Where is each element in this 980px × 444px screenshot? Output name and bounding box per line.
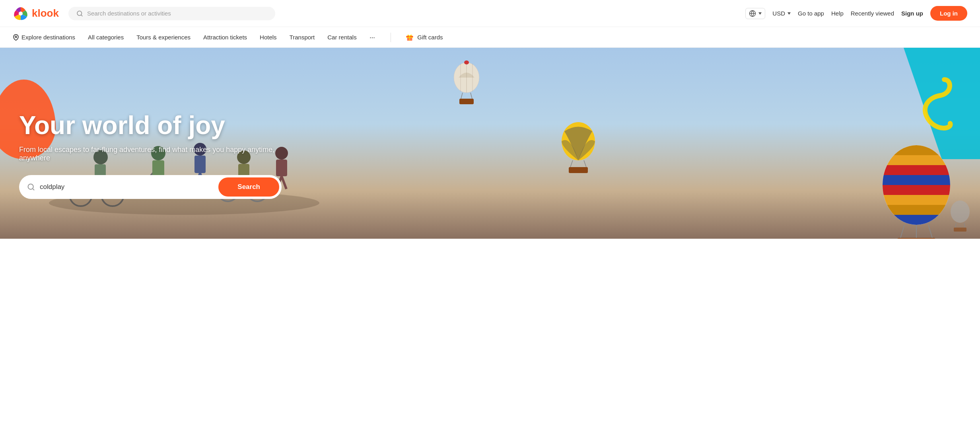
svg-rect-25 <box>883 155 950 165</box>
hero-section: Your world of joy From local escapes to … <box>0 48 980 239</box>
svg-line-19 <box>570 160 573 167</box>
svg-point-16 <box>464 60 469 64</box>
signup-button[interactable]: Sign up <box>901 10 923 17</box>
svg-rect-21 <box>569 167 588 173</box>
help-link[interactable]: Help <box>831 10 844 17</box>
balloon-small-right <box>948 199 972 233</box>
hero-search-input[interactable] <box>40 183 214 191</box>
search-icon <box>76 10 83 17</box>
nav-hotels[interactable]: Hotels <box>260 34 277 41</box>
svg-rect-39 <box>954 228 966 232</box>
svg-rect-35 <box>897 238 935 239</box>
hero-content: Your world of joy From local escapes to … <box>19 111 298 199</box>
svg-rect-28 <box>883 185 950 195</box>
nav-all-categories[interactable]: All categories <box>88 34 124 41</box>
currency-selector[interactable]: USD <box>772 10 791 17</box>
hero-title: Your world of joy <box>19 111 298 139</box>
recently-viewed-link[interactable]: Recently viewed <box>851 10 894 17</box>
svg-point-4 <box>15 36 17 37</box>
nav-more[interactable]: ··· <box>369 33 375 42</box>
svg-rect-7 <box>409 35 410 41</box>
gift-icon <box>405 33 414 42</box>
nav-explore-destinations[interactable]: Explore destinations <box>13 34 75 41</box>
svg-point-36 <box>951 201 970 223</box>
svg-rect-29 <box>883 195 950 205</box>
logo-text: klook <box>32 7 59 19</box>
svg-line-38 <box>964 223 965 228</box>
header-right: USD Go to app Help Recently viewed Sign … <box>745 6 967 21</box>
language-selector[interactable] <box>745 8 765 19</box>
language-chevron-icon <box>758 12 762 15</box>
hero-search-bar: Search <box>19 175 282 199</box>
svg-line-11 <box>471 93 472 99</box>
svg-rect-12 <box>459 99 474 104</box>
nav-transport[interactable]: Transport <box>290 34 315 41</box>
more-icon: ··· <box>369 33 375 42</box>
currency-label: USD <box>772 10 785 17</box>
currency-chevron-icon <box>788 12 791 15</box>
nav-tours[interactable]: Tours & experiences <box>136 34 191 41</box>
nav-explore-label: Explore destinations <box>21 34 75 41</box>
svg-line-10 <box>461 93 463 99</box>
main-nav: Explore destinations All categories Tour… <box>0 27 980 48</box>
nav-attraction-tickets[interactable]: Attraction tickets <box>203 34 247 41</box>
balloon-small-top <box>451 60 482 107</box>
nav-tours-label: Tours & experiences <box>136 34 191 41</box>
nav-gift-cards[interactable]: Gift cards <box>405 33 443 42</box>
globe-icon <box>749 10 756 17</box>
hero-search-button[interactable]: Search <box>218 177 279 197</box>
svg-rect-24 <box>883 145 950 155</box>
goto-app-link[interactable]: Go to app <box>798 10 824 17</box>
hero-subtitle: From local escapes to far-flung adventur… <box>19 146 298 162</box>
logo-link[interactable]: klook <box>13 6 59 21</box>
hero-search-icon <box>27 183 35 191</box>
header-search-bar[interactable] <box>68 7 275 20</box>
svg-rect-31 <box>883 215 950 225</box>
balloon-yellow-center <box>558 119 598 175</box>
nav-all-categories-label: All categories <box>88 34 124 41</box>
nav-hotels-label: Hotels <box>260 34 277 41</box>
nav-attraction-label: Attraction tickets <box>203 34 247 41</box>
header-search-input[interactable] <box>87 10 267 17</box>
nav-divider <box>391 33 391 42</box>
nav-gift-cards-label: Gift cards <box>417 34 443 41</box>
svg-rect-8 <box>406 37 413 38</box>
nav-transport-label: Transport <box>290 34 315 41</box>
balloon-large-right <box>877 139 956 239</box>
site-header: klook USD Go to app Help Recently viewed… <box>0 0 980 27</box>
svg-line-20 <box>584 160 586 167</box>
login-button[interactable]: Log in <box>930 6 967 21</box>
svg-line-37 <box>955 223 956 228</box>
svg-point-1 <box>19 12 23 16</box>
klook-logo-icon <box>13 6 29 21</box>
nav-car-rentals-label: Car rentals <box>327 34 356 41</box>
svg-line-32 <box>900 225 904 238</box>
svg-rect-27 <box>883 175 950 185</box>
hero-yellow-squiggle <box>916 72 956 142</box>
nav-car-rentals[interactable]: Car rentals <box>327 34 356 41</box>
svg-rect-26 <box>883 165 950 175</box>
location-icon <box>13 34 19 41</box>
svg-rect-30 <box>883 205 950 215</box>
svg-line-33 <box>928 225 932 238</box>
